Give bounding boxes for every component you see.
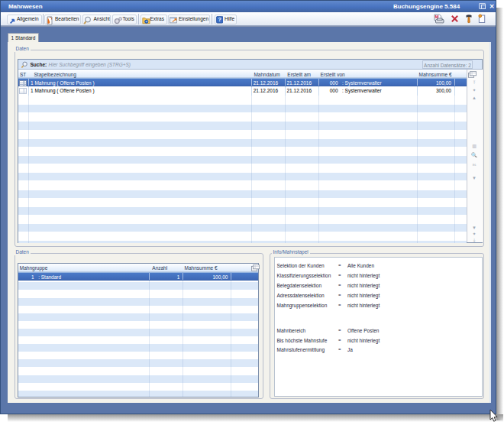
svg-text:?: ? (218, 17, 221, 23)
